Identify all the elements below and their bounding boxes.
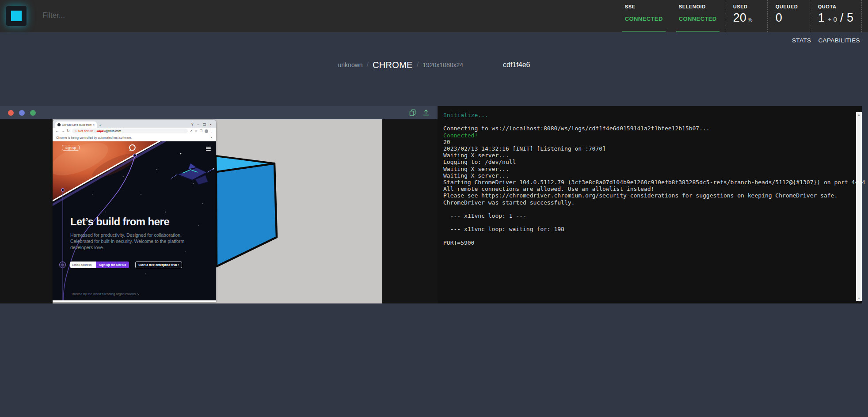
toolbar-icons: ↗ ☆ ❒ ⋮ [190, 129, 213, 133]
filter-input[interactable] [42, 8, 228, 23]
log-line: ChromeDriver was started successfully. [443, 199, 849, 206]
topbar: SSE CONNECTED SELENOID CONNECTED USED 20… [0, 0, 868, 32]
quota-label: QUOTA [818, 4, 853, 9]
nav-tabs: STATS CAPABILITIES [0, 32, 868, 48]
email-field[interactable] [70, 262, 96, 268]
share-icon[interactable]: ↗ [190, 129, 193, 133]
quota-total: / 5 [840, 11, 853, 25]
stat-quota: QUOTA 1 + 0 / 5 [810, 0, 862, 32]
signup-for-github-button[interactable]: Sign up for GitHub [96, 262, 129, 268]
bookmark-icon[interactable]: ☆ [194, 129, 197, 133]
used-label: USED [733, 4, 759, 9]
log-line: --- x11vnc loop: waiting for: 198 [443, 226, 849, 232]
log-line [443, 118, 849, 125]
browser-tab[interactable]: GitHub: Let's build from he... × [55, 121, 97, 128]
status-blocks: SSE CONNECTED SELENOID CONNECTED USED 20… [617, 0, 862, 32]
not-secure-label: Not secure [78, 129, 93, 133]
selenoid-ui: SSE CONNECTED SELENOID CONNECTED USED 20… [0, 0, 868, 417]
github-signup-button[interactable]: Sign up [62, 145, 80, 151]
minimize-window-icon[interactable] [19, 110, 25, 116]
log-line [443, 206, 849, 212]
url-host: ://github.com [103, 129, 121, 133]
minimize-icon[interactable]: – [197, 123, 199, 126]
session-resolution: 1920x1080x24 [423, 61, 463, 68]
forward-icon[interactable]: → [61, 129, 65, 133]
tab-title: GitHub: Let's build from he... [62, 123, 91, 126]
tab-stats[interactable]: STATS [792, 37, 811, 44]
log-line: Starting ChromeDriver 104.0.5112.79 (3cf… [443, 179, 849, 186]
automation-infobar: Chrome is being controlled by automated … [53, 134, 216, 141]
browser-tabstrip: GitHub: Let's build from he... × + ∨ – ▢… [53, 120, 216, 128]
log-line: PORT=5900 [443, 239, 849, 246]
fullscreen-window-icon[interactable] [30, 110, 36, 116]
address-bar[interactable]: ⚠ Not secure | https://github.com [72, 129, 188, 133]
log-line: Waiting X server... [443, 166, 849, 172]
menu-icon[interactable]: ⋮ [210, 129, 213, 133]
stat-sse: SSE CONNECTED [617, 0, 671, 32]
not-secure-warning-icon: ⚠ [75, 129, 77, 133]
log-line: 2023/02/13 14:32:16 [INIT] [Listening on… [443, 145, 849, 152]
upload-icon[interactable] [423, 109, 430, 116]
blue-cube-drawing [212, 152, 283, 271]
spacecraft-illustration [171, 163, 214, 185]
maximize-icon[interactable]: ▢ [203, 123, 206, 126]
new-tab-button[interactable]: + [99, 123, 101, 128]
quota-pending: + 0 [828, 15, 837, 23]
scroll-up-icon[interactable]: ▲ [857, 113, 860, 116]
restore-icon[interactable]: ∨ [191, 123, 194, 126]
clipboard-icon[interactable] [409, 109, 416, 116]
log-line: Waiting X server... [443, 152, 849, 159]
log-line: Initialize... [443, 112, 849, 118]
stat-selenoid: SELENOID CONNECTED [671, 0, 725, 32]
back-icon[interactable]: ← [55, 129, 59, 133]
browser-toolbar: ← → ↻ ⚠ Not secure | https://github.com … [53, 128, 216, 134]
log-line: --- x11vnc loop: 1 --- [443, 212, 849, 219]
vnc-window-header [0, 106, 438, 119]
log-line: Connected! [443, 132, 849, 139]
stat-used: USED 20% [725, 0, 767, 32]
github-favicon [57, 123, 61, 126]
side-panel-icon[interactable]: ❒ [200, 129, 202, 133]
code-chip-icon: <> [59, 262, 66, 268]
reload-icon[interactable]: ↻ [67, 129, 70, 133]
browser-window-controls: ∨ – ▢ × [191, 123, 213, 128]
sse-status: CONNECTED [625, 15, 663, 22]
enterprise-trial-button[interactable]: Start a free enterprise trial › [135, 262, 182, 268]
tab-capabilities[interactable]: CAPABILITIES [818, 37, 860, 44]
scroll-down-icon[interactable]: ▼ [857, 297, 860, 300]
log-output: Initialize... Connecting to ws://localho… [443, 112, 849, 246]
queued-label: QUEUED [776, 4, 802, 9]
vnc-panel: GitHub: Let's build from he... × + ∨ – ▢… [0, 106, 438, 303]
sse-label: SSE [625, 4, 663, 9]
app-logo-icon [6, 6, 27, 26]
github-logo-icon[interactable] [129, 144, 136, 152]
log-line: All remote connections are allowed. Use … [443, 186, 849, 192]
queued-value: 0 [776, 11, 782, 25]
vnc-canvas[interactable]: GitHub: Let's build from he... × + ∨ – ▢… [0, 119, 438, 303]
session-separator: / [417, 61, 419, 69]
session-row[interactable]: unknown / CHROME / 1920x1080x24 cdf1f4e6 [0, 55, 868, 75]
logo-square [11, 11, 22, 21]
infobar-close-icon[interactable]: × [210, 136, 213, 140]
session-detail-panels: GitHub: Let's build from he... × + ∨ – ▢… [0, 106, 862, 303]
hamburger-menu-icon[interactable] [206, 147, 211, 152]
close-window-icon[interactable] [8, 110, 14, 116]
url-scheme: https [97, 129, 103, 133]
selenoid-status: CONNECTED [679, 15, 717, 22]
log-line: Please see https://chromedriver.chromium… [443, 192, 849, 199]
session-log-panel: Initialize... Connecting to ws://localho… [438, 106, 862, 303]
tab-close-icon[interactable]: × [93, 123, 95, 126]
quota-current: 1 [818, 11, 825, 25]
session-id: cdf1f4e6 [503, 61, 530, 69]
stat-queued: QUEUED 0 [767, 0, 810, 32]
used-unit: % [748, 17, 753, 23]
close-icon[interactable]: × [209, 123, 212, 126]
log-scrollbar[interactable]: ▲ ▼ [856, 112, 862, 301]
remote-browser-window[interactable]: GitHub: Let's build from he... × + ∨ – ▢… [53, 120, 216, 302]
log-line: Connecting to ws://localhost:8080/ws/log… [443, 125, 849, 132]
hero-headline: Let’s build from here [70, 216, 169, 228]
log-line: Waiting X server... [443, 172, 849, 179]
trusted-orgs-text: Trusted by the world’s leading organizat… [71, 292, 139, 296]
remote-screen[interactable]: GitHub: Let's build from he... × + ∨ – ▢… [53, 119, 382, 303]
profile-avatar[interactable] [205, 129, 208, 133]
